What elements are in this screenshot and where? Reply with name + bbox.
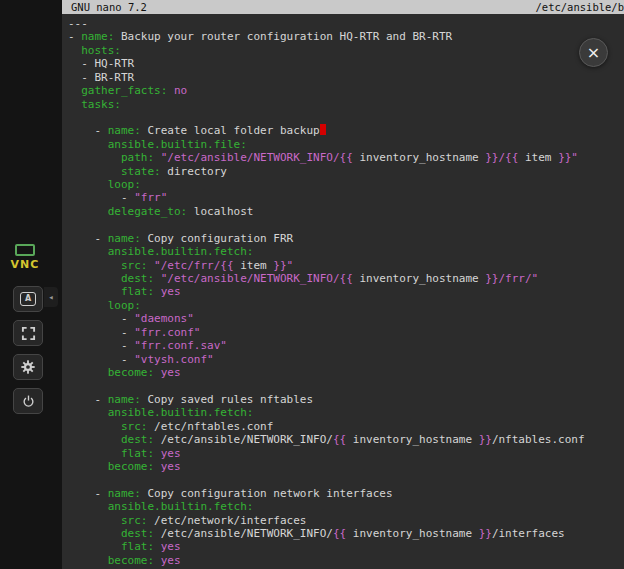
code-line — [68, 473, 624, 486]
code-line: flat: yes — [68, 540, 624, 553]
code-line: dest: /etc/ansible/NETWORK_INFO/{{ inven… — [68, 527, 624, 540]
code-line — [68, 218, 624, 231]
text-cursor — [320, 124, 326, 135]
fullscreen-button[interactable] — [13, 320, 43, 346]
editor-content[interactable]: ---- name: Backup your router configurat… — [62, 14, 624, 567]
code-line: loop: — [68, 299, 624, 312]
code-line: hosts: — [68, 44, 624, 57]
code-line: become: yes — [68, 554, 624, 567]
code-line: - name: Copy configuration network inter… — [68, 487, 624, 500]
code-line: gather_facts: no — [68, 84, 624, 97]
fullscreen-icon — [21, 326, 36, 341]
code-line: - BR-RTR — [68, 71, 624, 84]
novnc-logo-text: VNC — [6, 258, 44, 271]
code-line: - "frr" — [68, 191, 624, 204]
code-line: - name: Copy configuration FRR — [68, 232, 624, 245]
code-line: become: yes — [68, 460, 624, 473]
code-line — [68, 111, 624, 124]
nano-titlebar: GNU nano 7.2 /etc/ansible/b — [62, 0, 624, 14]
code-line: - name: Copy saved rules nftables — [68, 393, 624, 406]
collapse-arrow-icon: ◂ — [48, 292, 53, 302]
vnc-control-bar: VNC ◂ A — [0, 0, 62, 569]
code-line: loop: — [68, 178, 624, 191]
code-line: --- — [68, 17, 624, 30]
power-icon — [21, 394, 36, 409]
desktop: VNC ◂ A GNU nano 7.2 /etc/ansible/b ----… — [0, 0, 624, 569]
code-line: - "vtysh.conf" — [68, 353, 624, 366]
code-line: - HQ-RTR — [68, 57, 624, 70]
code-line: - "daemons" — [68, 312, 624, 325]
code-line: ansible.builtin.fetch: — [68, 245, 624, 258]
close-icon: × — [587, 43, 600, 62]
settings-button[interactable] — [13, 354, 43, 380]
code-line: ansible.builtin.file: — [68, 138, 624, 151]
terminal-window: GNU nano 7.2 /etc/ansible/b ---- name: B… — [62, 0, 624, 569]
code-line: path: "/etc/ansible/NETWORK_INFO/{{ inve… — [68, 151, 624, 164]
code-line: become: yes — [68, 366, 624, 379]
code-line: - name: Create local folder backup — [68, 124, 624, 137]
code-line: flat: yes — [68, 285, 624, 298]
code-line: - name: Backup your router configuration… — [68, 30, 624, 43]
extra-keys-button[interactable]: A — [13, 286, 43, 312]
nano-filename: /etc/ansible/b — [535, 0, 624, 14]
code-line: dest: /etc/ansible/NETWORK_INFO/{{ inven… — [68, 433, 624, 446]
code-line: ansible.builtin.fetch: — [68, 500, 624, 513]
code-line: flat: yes — [68, 447, 624, 460]
code-line: delegate_to: localhost — [68, 205, 624, 218]
gear-icon — [20, 359, 36, 375]
control-bar-handle[interactable]: ◂ — [44, 287, 58, 307]
nano-version: GNU nano 7.2 — [71, 0, 147, 14]
power-button[interactable] — [13, 388, 43, 414]
code-line: dest: "/etc/ansible/NETWORK_INFO/{{ inve… — [68, 272, 624, 285]
close-button[interactable]: × — [579, 38, 608, 67]
code-line: state: directory — [68, 165, 624, 178]
code-line: src: "/etc/frr/{{ item }}" — [68, 259, 624, 272]
code-line — [68, 379, 624, 392]
novnc-logo: VNC — [6, 244, 44, 271]
code-line: ansible.builtin.fetch: — [68, 406, 624, 419]
code-line: tasks: — [68, 98, 624, 111]
code-line: src: /etc/nftables.conf — [68, 420, 624, 433]
keyboard-key-icon: A — [20, 292, 36, 306]
code-line: - "frr.conf.sav" — [68, 339, 624, 352]
code-line: src: /etc/network/interfaces — [68, 514, 624, 527]
code-line: - "frr.conf" — [68, 326, 624, 339]
novnc-logo-mark-icon — [15, 244, 35, 256]
